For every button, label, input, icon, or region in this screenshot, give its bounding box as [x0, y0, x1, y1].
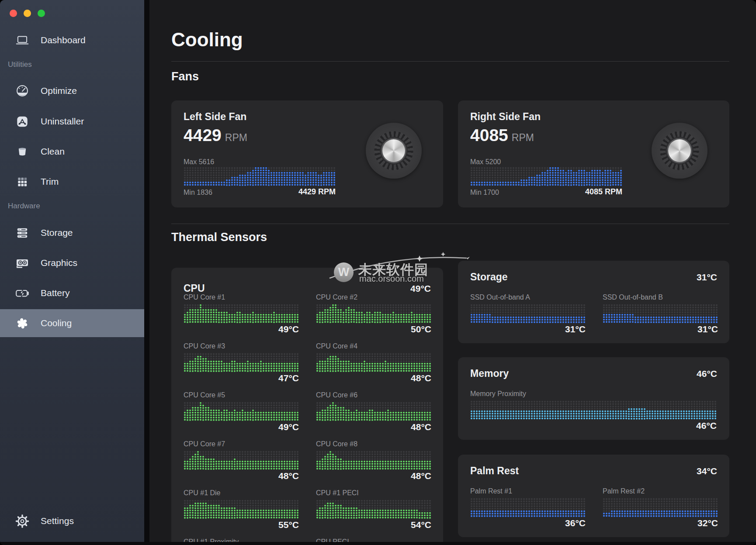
sensor-chart [316, 451, 431, 470]
fan-icon [14, 315, 30, 331]
sensor-name: SSD Out-of-band A [470, 293, 530, 301]
fan-rpm-value: 4085RPM [470, 126, 534, 145]
sensor-temp: 48°C [411, 373, 431, 383]
sensor-name: CPU Core #7 [184, 440, 225, 448]
appstore-icon [14, 114, 30, 130]
cpu-card: CPU 49°C CPU Core #149°C CPU Core #250°C… [171, 268, 443, 545]
sidebar-item-trim[interactable]: Trim [0, 172, 144, 191]
sensor-temp: 54°C [411, 520, 431, 530]
grid-icon [14, 174, 30, 190]
sensor-chart [184, 500, 299, 519]
fan-max-label: Max 5200 [470, 158, 501, 166]
sensor-name: CPU Core #2 [316, 293, 357, 301]
sensor-name: CPU Core #4 [316, 342, 357, 350]
fan-hub [382, 139, 405, 162]
storage-card-title: Storage [470, 271, 508, 283]
cpu-card-title: CPU [184, 283, 205, 294]
fan-max-label: Max 5616 [184, 158, 214, 166]
sidebar-item-storage[interactable]: Storage [0, 223, 144, 242]
app-window: Dashboard Utilities Optimize Unins [0, 0, 756, 545]
bucket-icon [14, 144, 30, 160]
sensor-temp: 32°C [697, 518, 718, 528]
gpu-icon [14, 255, 30, 271]
sidebar-item-label: Settings [41, 516, 74, 526]
sensor-temp: 49°C [278, 324, 299, 335]
sidebar: Dashboard Utilities Optimize Unins [0, 0, 144, 545]
sensor-name: CPU Core #5 [184, 391, 225, 399]
server-icon [14, 225, 30, 241]
sensor-temp: 36°C [565, 518, 586, 528]
sidebar-item-label: Optimize [41, 86, 77, 96]
sensor-temp: 48°C [411, 422, 431, 432]
sensor-temp: 31°C [565, 324, 586, 335]
sidebar-item-settings[interactable]: Settings [0, 511, 144, 531]
main-content: Cooling Fans Left Side Fan 4429RPM Max 5… [149, 0, 756, 545]
storage-card-temp: 31°C [697, 272, 717, 283]
sidebar-item-label: Graphics [41, 258, 77, 268]
fan-rpm-unit: RPM [225, 132, 247, 143]
sensor-temp: 50°C [411, 324, 431, 335]
sidebar-item-battery[interactable]: Battery [0, 283, 144, 303]
fan-rpm-unit: RPM [512, 132, 534, 143]
fan-name: Left Side Fan [184, 111, 246, 123]
sensor-name: Palm Rest #1 [470, 487, 512, 495]
battery-icon [14, 285, 30, 301]
sensor-temp: 31°C [697, 324, 718, 335]
window-bottom-edge [0, 542, 756, 545]
sensor-chart [316, 500, 431, 519]
sensor-chart [603, 498, 718, 517]
sensor-chart [184, 304, 299, 323]
sidebar-item-label: Cooling [41, 318, 72, 328]
sidebar-item-label: Clean [41, 146, 65, 157]
fan-card-left: Left Side Fan 4429RPM Max 5616 Min 1836 … [171, 100, 443, 207]
divider [171, 224, 729, 224]
sensor-name: Palm Rest #2 [603, 487, 645, 495]
sensor-chart [316, 402, 431, 421]
sidebar-item-optimize[interactable]: Optimize [0, 81, 144, 100]
close-button[interactable] [10, 10, 17, 17]
fan-history-chart [470, 167, 622, 186]
palm-rest-card: Palm Rest 34°C Palm Rest #136°C Palm Res… [458, 455, 729, 537]
memory-card: Memory 46°C Memory Proximity46°C [458, 357, 729, 440]
gauge-icon [14, 83, 30, 99]
sidebar-item-cooling[interactable]: Cooling [0, 309, 144, 337]
sidebar-item-label: Battery [41, 288, 70, 298]
memory-card-title: Memory [470, 368, 509, 379]
window-split-divider [144, 0, 149, 545]
fans-section-title: Fans [171, 70, 199, 83]
fan-rpm-value: 4429RPM [184, 126, 247, 145]
sensor-chart [470, 304, 586, 323]
sensor-temp: 49°C [278, 422, 299, 432]
sensor-name: CPU Core #6 [316, 391, 357, 399]
sidebar-item-label: Uninstaller [41, 116, 84, 127]
fan-name: Right Side Fan [470, 111, 541, 123]
gear-icon [14, 513, 30, 529]
sensor-name: Memory Proximity [470, 390, 526, 398]
sensor-name: CPU Core #1 [184, 293, 225, 301]
thermal-section-title: Thermal Sensors [171, 231, 267, 244]
sidebar-item-label: Trim [41, 176, 59, 187]
page-title: Cooling [171, 29, 243, 51]
fan-image [366, 123, 422, 179]
sensor-chart [316, 304, 431, 323]
sidebar-item-label: Dashboard [41, 35, 86, 45]
sensor-name: CPU #1 PECI [316, 489, 359, 497]
sidebar-section-utilities: Utilities [8, 60, 32, 69]
laptop-icon [14, 32, 30, 48]
zoom-button[interactable] [38, 10, 45, 17]
sidebar-item-graphics[interactable]: Graphics [0, 253, 144, 272]
sidebar-item-dashboard[interactable]: Dashboard [0, 31, 144, 50]
palm-rest-card-temp: 34°C [697, 466, 717, 476]
sensor-temp: 55°C [278, 520, 299, 530]
sensor-chart [184, 451, 299, 470]
sensor-chart [316, 353, 431, 372]
palm-rest-card-title: Palm Rest [470, 465, 519, 477]
sensor-chart [184, 402, 299, 421]
sidebar-item-clean[interactable]: Clean [0, 142, 144, 161]
sidebar-item-uninstaller[interactable]: Uninstaller [0, 112, 144, 131]
storage-card: Storage 31°C SSD Out-of-band A31°C SSD O… [458, 261, 729, 343]
sensor-chart [184, 353, 299, 372]
minimize-button[interactable] [24, 10, 31, 17]
sensor-name: CPU #1 Die [184, 489, 220, 497]
sensor-temp: 46°C [696, 421, 717, 431]
